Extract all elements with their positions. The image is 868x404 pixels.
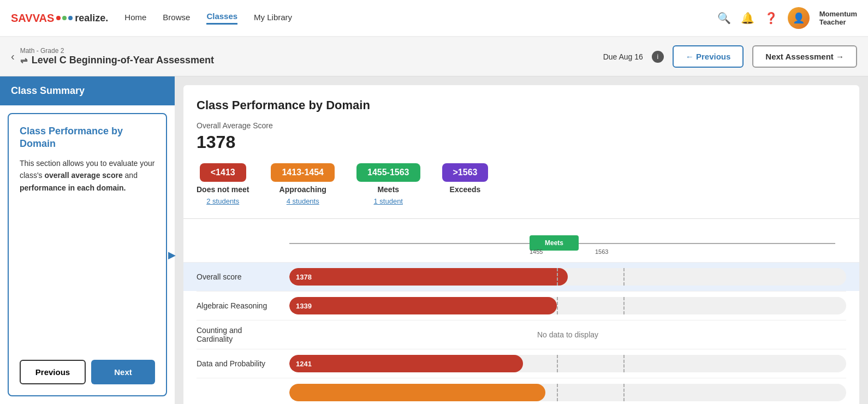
notification-icon[interactable]: 🔔 <box>741 11 754 25</box>
breadcrumb-title: ⇌ Level C Beginning-of-Year Assessment <box>20 55 603 66</box>
top-nav: SAVVAS realize. Home Browse Classes My L… <box>0 0 868 37</box>
badge-label-0: Does not meet <box>197 185 249 194</box>
nav-classes[interactable]: Classes <box>206 11 237 25</box>
panel-title: Class Performance by Domain <box>197 98 846 112</box>
nav-home[interactable]: Home <box>124 13 146 24</box>
content-area: Class Performance by Domain Overall Aver… <box>175 76 868 404</box>
shuffle-icon: ⇌ <box>20 55 27 66</box>
domain-row-counting: Counting andCardinality No data to displ… <box>197 320 846 349</box>
sidebar: Class Summary Class Performance by Domai… <box>0 76 175 404</box>
badge-meets: 1455-1563 <box>356 163 420 182</box>
dot-blue <box>68 16 73 20</box>
dashed-line-3 <box>557 297 558 314</box>
score-badges: <1413 Does not meet 2 students 1413-1454… <box>197 163 846 205</box>
badge-label-3: Exceeds <box>450 185 481 194</box>
bar-fill-partial <box>289 384 545 401</box>
badge-label-1: Approaching <box>280 185 326 194</box>
user-info: Momentum Teacher <box>819 10 857 26</box>
search-icon[interactable]: 🔍 <box>717 11 731 25</box>
bar-fill-overall: 1378 <box>289 268 568 286</box>
dot-red <box>56 16 61 20</box>
domain-name-algebraic: Algebraic Reasoning <box>197 301 289 310</box>
dot-green <box>62 16 67 20</box>
domain-name-overall: Overall score <box>197 272 289 281</box>
logo-dots <box>56 16 73 20</box>
bar-track-algebraic: 1339 <box>289 297 846 314</box>
dashed-line-4 <box>623 297 625 314</box>
chart-section: Meets 1455 1563 Overall score 1378 <box>197 219 846 404</box>
dashed-line-2 <box>623 268 625 286</box>
dashed-line-7 <box>557 384 558 401</box>
scale-bar: Meets 1455 1563 <box>289 228 835 258</box>
bar-track-partial <box>289 384 846 401</box>
badge-col-red: <1413 Does not meet 2 students <box>197 163 249 205</box>
content-panel: Class Performance by Domain Overall Aver… <box>183 85 859 404</box>
sidebar-header: Class Summary <box>0 76 175 105</box>
back-arrow[interactable]: ‹ <box>11 50 15 63</box>
overall-score: 1378 <box>197 132 846 152</box>
badge-approaching: 1413-1454 <box>271 163 335 182</box>
overall-label: Overall Average Score <box>197 121 846 130</box>
domain-row-algebraic: Algebraic Reasoning 1339 <box>197 291 846 320</box>
bar-fill-data-prob: 1241 <box>289 355 523 372</box>
breadcrumb-right: Due Aug 16 i ← Previous Next Assessment … <box>603 45 857 68</box>
user-avatar[interactable]: 👤 <box>788 7 810 29</box>
badge-link-1[interactable]: 4 students <box>287 197 319 205</box>
breadcrumb-subtitle: Math - Grade 2 <box>20 47 603 55</box>
sidebar-previous-button[interactable]: Previous <box>20 360 86 384</box>
info-icon[interactable]: i <box>652 51 664 63</box>
domain-row-data-prob: Data and Probability 1241 <box>197 349 846 378</box>
breadcrumb-bar: ‹ Math - Grade 2 ⇌ Level C Beginning-of-… <box>0 37 868 76</box>
nav-right: 🔍 🔔 ❓ 👤 Momentum Teacher <box>717 7 857 29</box>
bar-track-data-prob: 1241 <box>289 355 846 372</box>
no-data-counting: No data to display <box>289 330 846 339</box>
user-name: Momentum <box>819 10 857 18</box>
domain-row-overall: Overall score 1378 <box>183 262 859 291</box>
domain-name-data-prob: Data and Probability <box>197 359 289 368</box>
badge-link-2[interactable]: 1 student <box>373 197 403 205</box>
help-icon[interactable]: ❓ <box>764 11 778 25</box>
badge-exceeds: >1563 <box>442 163 489 182</box>
domain-name-counting: Counting andCardinality <box>197 326 289 343</box>
badge-link-0[interactable]: 2 students <box>206 197 239 205</box>
tick-1455: 1455 <box>530 248 543 255</box>
logo-savvas: SAVVAS <box>11 12 54 25</box>
main-layout: Class Summary Class Performance by Domai… <box>0 76 868 404</box>
logo[interactable]: SAVVAS realize. <box>11 12 108 25</box>
dashed-line-8 <box>623 384 625 401</box>
user-role: Teacher <box>819 18 857 26</box>
badge-col-orange: 1413-1454 Approaching 4 students <box>271 163 335 205</box>
badge-col-purple: >1563 Exceeds <box>442 163 489 205</box>
bar-track-overall: 1378 <box>289 268 846 286</box>
badge-does-not-meet: <1413 <box>200 163 246 182</box>
badge-label-2: Meets <box>377 185 399 194</box>
sidebar-card-body: This section allows you to evaluate your… <box>20 157 155 194</box>
tick-1563: 1563 <box>595 248 608 255</box>
dashed-line-1 <box>557 268 558 286</box>
sidebar-next-button[interactable]: Next <box>91 360 155 384</box>
dashed-line-5 <box>557 355 558 372</box>
sidebar-card: Class Performance by Domain This section… <box>8 113 167 396</box>
nav-browse[interactable]: Browse <box>163 13 190 24</box>
next-assessment-button[interactable]: Next Assessment → <box>752 45 857 68</box>
due-date: Due Aug 16 <box>603 52 643 61</box>
logo-realize: realize. <box>75 13 108 24</box>
breadcrumb-info: Math - Grade 2 ⇌ Level C Beginning-of-Ye… <box>20 47 603 66</box>
domain-row-partial <box>197 378 846 404</box>
sidebar-card-title: Class Performance by Domain <box>20 125 155 151</box>
sidebar-buttons: Previous Next <box>20 360 155 384</box>
badge-col-green: 1455-1563 Meets 1 student <box>356 163 420 205</box>
bar-fill-algebraic: 1339 <box>289 297 557 314</box>
nav-mylibrary[interactable]: My Library <box>254 13 292 24</box>
assessment-title: Level C Beginning-of-Year Assessment <box>32 55 214 66</box>
previous-button[interactable]: ← Previous <box>673 45 744 68</box>
nav-links: Home Browse Classes My Library <box>124 11 292 25</box>
dashed-line-6 <box>623 355 625 372</box>
